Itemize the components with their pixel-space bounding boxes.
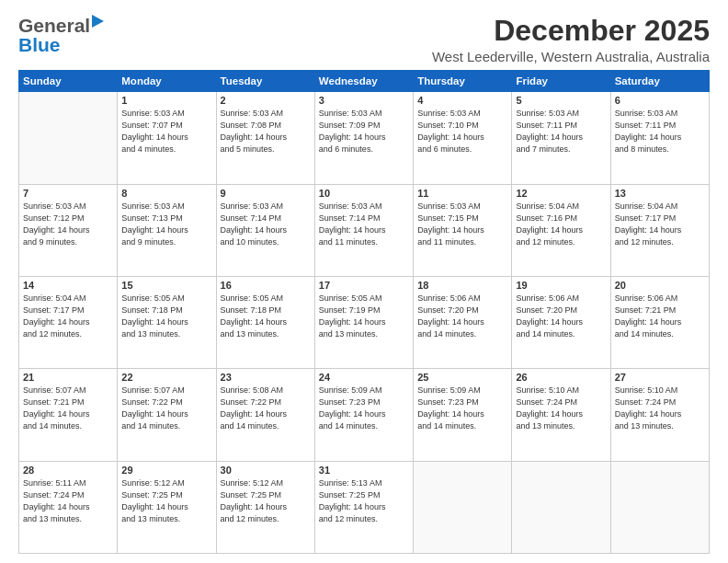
calendar-cell [610,461,709,553]
logo: General Blue [18,15,104,54]
calendar-cell: 8Sunrise: 5:03 AMSunset: 7:13 PMDaylight… [118,184,216,276]
calendar-cell: 6Sunrise: 5:03 AMSunset: 7:11 PMDaylight… [610,92,709,184]
day-number: 5 [516,95,606,106]
day-info: Sunrise: 5:06 AMSunset: 7:21 PMDaylight:… [615,293,705,340]
day-info: Sunrise: 5:08 AMSunset: 7:22 PMDaylight:… [221,385,311,432]
calendar-day-header: Sunday [19,71,118,92]
calendar-cell: 9Sunrise: 5:03 AMSunset: 7:14 PMDaylight… [216,184,314,276]
day-number: 23 [221,372,311,383]
calendar-cell: 13Sunrise: 5:04 AMSunset: 7:17 PMDayligh… [610,184,709,276]
page: General Blue December 2025 West Leedervi… [0,0,728,563]
header: General Blue December 2025 West Leedervi… [18,15,710,64]
day-info: Sunrise: 5:03 AMSunset: 7:12 PMDaylight:… [23,201,113,248]
calendar-cell: 22Sunrise: 5:07 AMSunset: 7:22 PMDayligh… [118,369,216,461]
sub-title: West Leederville, Western Australia, Aus… [432,49,710,64]
day-info: Sunrise: 5:03 AMSunset: 7:08 PMDaylight:… [221,108,311,155]
day-number: 21 [23,372,113,383]
day-number: 24 [319,372,409,383]
day-info: Sunrise: 5:05 AMSunset: 7:18 PMDaylight:… [221,293,311,340]
day-number: 11 [417,188,507,199]
calendar-cell [414,461,512,553]
calendar-cell: 19Sunrise: 5:06 AMSunset: 7:20 PMDayligh… [512,276,610,368]
calendar-cell: 4Sunrise: 5:03 AMSunset: 7:10 PMDaylight… [414,92,512,184]
calendar-cell: 28Sunrise: 5:11 AMSunset: 7:24 PMDayligh… [19,461,118,553]
day-number: 3 [319,95,409,106]
day-info: Sunrise: 5:10 AMSunset: 7:24 PMDaylight:… [516,385,606,432]
day-number: 30 [221,465,311,476]
calendar-day-header: Friday [512,71,610,92]
day-number: 17 [319,280,409,291]
calendar-day-header: Monday [118,71,216,92]
calendar-cell: 2Sunrise: 5:03 AMSunset: 7:08 PMDaylight… [216,92,314,184]
calendar-cell: 18Sunrise: 5:06 AMSunset: 7:20 PMDayligh… [414,276,512,368]
day-info: Sunrise: 5:09 AMSunset: 7:23 PMDaylight:… [319,385,409,432]
calendar-week-row: 28Sunrise: 5:11 AMSunset: 7:24 PMDayligh… [19,461,710,553]
day-number: 25 [417,372,507,383]
day-number: 18 [417,280,507,291]
day-info: Sunrise: 5:12 AMSunset: 7:25 PMDaylight:… [121,477,211,525]
day-number: 2 [221,95,311,106]
day-number: 9 [221,188,311,199]
day-info: Sunrise: 5:05 AMSunset: 7:18 PMDaylight:… [121,293,211,340]
calendar-cell: 14Sunrise: 5:04 AMSunset: 7:17 PMDayligh… [19,276,118,368]
calendar-cell [19,92,118,184]
calendar-header-row: SundayMondayTuesdayWednesdayThursdayFrid… [19,71,710,92]
day-info: Sunrise: 5:04 AMSunset: 7:17 PMDaylight:… [23,293,113,340]
day-info: Sunrise: 5:12 AMSunset: 7:25 PMDaylight:… [221,477,311,525]
day-info: Sunrise: 5:04 AMSunset: 7:16 PMDaylight:… [516,201,606,248]
calendar-cell: 10Sunrise: 5:03 AMSunset: 7:14 PMDayligh… [314,184,413,276]
calendar-week-row: 1Sunrise: 5:03 AMSunset: 7:07 PMDaylight… [19,92,710,184]
day-number: 1 [121,95,211,106]
day-info: Sunrise: 5:03 AMSunset: 7:14 PMDaylight:… [221,201,311,248]
calendar-cell: 16Sunrise: 5:05 AMSunset: 7:18 PMDayligh… [216,276,314,368]
day-number: 29 [121,465,211,476]
day-number: 10 [319,188,409,199]
day-info: Sunrise: 5:09 AMSunset: 7:23 PMDaylight:… [417,385,507,432]
calendar-cell: 11Sunrise: 5:03 AMSunset: 7:15 PMDayligh… [414,184,512,276]
calendar-day-header: Tuesday [216,71,314,92]
day-number: 12 [516,188,606,199]
day-number: 8 [121,188,211,199]
day-info: Sunrise: 5:07 AMSunset: 7:21 PMDaylight:… [23,385,113,432]
day-info: Sunrise: 5:03 AMSunset: 7:14 PMDaylight:… [319,201,409,248]
calendar-cell: 5Sunrise: 5:03 AMSunset: 7:11 PMDaylight… [512,92,610,184]
day-info: Sunrise: 5:03 AMSunset: 7:10 PMDaylight:… [417,108,507,155]
calendar-cell: 20Sunrise: 5:06 AMSunset: 7:21 PMDayligh… [610,276,709,368]
calendar-cell: 1Sunrise: 5:03 AMSunset: 7:07 PMDaylight… [118,92,216,184]
calendar-week-row: 7Sunrise: 5:03 AMSunset: 7:12 PMDaylight… [19,184,710,276]
calendar-table: SundayMondayTuesdayWednesdayThursdayFrid… [18,70,710,554]
logo-arrow-icon [92,15,104,28]
day-info: Sunrise: 5:06 AMSunset: 7:20 PMDaylight:… [516,293,606,340]
calendar-cell [512,461,610,553]
calendar-week-row: 14Sunrise: 5:04 AMSunset: 7:17 PMDayligh… [19,276,710,368]
day-info: Sunrise: 5:03 AMSunset: 7:07 PMDaylight:… [121,108,211,155]
calendar-cell: 7Sunrise: 5:03 AMSunset: 7:12 PMDaylight… [19,184,118,276]
calendar-cell: 24Sunrise: 5:09 AMSunset: 7:23 PMDayligh… [314,369,413,461]
day-info: Sunrise: 5:11 AMSunset: 7:24 PMDaylight:… [23,477,113,525]
day-number: 19 [516,280,606,291]
day-number: 15 [121,280,211,291]
calendar-week-row: 21Sunrise: 5:07 AMSunset: 7:21 PMDayligh… [19,369,710,461]
day-number: 22 [121,372,211,383]
calendar-cell: 17Sunrise: 5:05 AMSunset: 7:19 PMDayligh… [314,276,413,368]
calendar-cell: 27Sunrise: 5:10 AMSunset: 7:24 PMDayligh… [610,369,709,461]
day-info: Sunrise: 5:07 AMSunset: 7:22 PMDaylight:… [121,385,211,432]
logo-blue-text: Blue [18,35,61,54]
calendar-day-header: Saturday [610,71,709,92]
day-info: Sunrise: 5:03 AMSunset: 7:11 PMDaylight:… [615,108,705,155]
day-number: 13 [615,188,705,199]
day-number: 6 [615,95,705,106]
calendar-day-header: Thursday [414,71,512,92]
day-info: Sunrise: 5:05 AMSunset: 7:19 PMDaylight:… [319,293,409,340]
day-number: 27 [615,372,705,383]
day-number: 28 [23,465,113,476]
calendar-day-header: Wednesday [314,71,413,92]
day-info: Sunrise: 5:03 AMSunset: 7:09 PMDaylight:… [319,108,409,155]
calendar-cell: 25Sunrise: 5:09 AMSunset: 7:23 PMDayligh… [414,369,512,461]
day-number: 26 [516,372,606,383]
day-number: 20 [615,280,705,291]
day-info: Sunrise: 5:03 AMSunset: 7:15 PMDaylight:… [417,201,507,248]
day-info: Sunrise: 5:13 AMSunset: 7:25 PMDaylight:… [319,477,409,525]
day-info: Sunrise: 5:10 AMSunset: 7:24 PMDaylight:… [615,385,705,432]
day-number: 14 [23,280,113,291]
